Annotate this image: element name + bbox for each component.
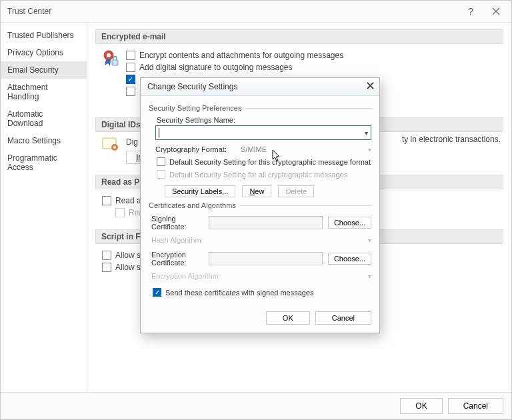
- add-signature-checkbox[interactable]: Add digital signature to outgoing messag…: [126, 61, 503, 73]
- encryption-cert-label: Encryption Certificate:: [151, 251, 203, 267]
- crypto-format-label: Cryptography Format:: [155, 145, 235, 153]
- algo-group-label: Certificates and Algorithms: [149, 201, 371, 209]
- section-header-encrypted: Encrypted e-mail: [95, 29, 503, 44]
- encryption-cert-field[interactable]: [209, 252, 323, 265]
- modal-close-button[interactable]: [367, 82, 374, 91]
- svg-rect-2: [112, 60, 118, 65]
- sidebar-item-email-security[interactable]: Email Security: [1, 61, 87, 79]
- default-all-checkbox: Default Security Setting for all cryptog…: [157, 170, 371, 179]
- chevron-down-icon: ▾: [368, 237, 371, 244]
- sidebar-item-trusted-publishers[interactable]: Trusted Publishers: [1, 27, 87, 44]
- send-certs-checkbox[interactable]: Send these certificates with signed mess…: [153, 288, 371, 297]
- text-cursor: [159, 128, 159, 137]
- new-button[interactable]: New: [242, 185, 271, 197]
- hash-algo-label: Hash Algorithm:: [151, 236, 231, 244]
- sidebar-item-programmatic-access[interactable]: Programmatic Access: [1, 149, 87, 176]
- svg-point-1: [107, 53, 111, 57]
- cancel-button[interactable]: Cancel: [448, 398, 503, 414]
- digital-tail-text: ty in electronic transactions.: [402, 135, 501, 144]
- dialog-footer: OK Cancel: [1, 392, 511, 419]
- svg-point-5: [113, 146, 116, 149]
- delete-button: Delete: [278, 185, 314, 197]
- modal-title: Change Security Settings: [147, 82, 237, 91]
- close-button[interactable]: [486, 5, 506, 18]
- chevron-down-icon[interactable]: ▾: [368, 146, 371, 153]
- dialog-titlebar: Trust Center ?: [1, 1, 511, 23]
- certificate-icon: [102, 137, 119, 164]
- help-button[interactable]: ?: [461, 5, 481, 18]
- security-labels-button[interactable]: Security Labels...: [165, 185, 235, 197]
- encryption-algo-label: Encryption Algorithm:: [151, 272, 231, 280]
- sidebar: Trusted PublishersPrivacy OptionsEmail S…: [1, 23, 87, 392]
- modal-cancel-button[interactable]: Cancel: [315, 311, 371, 325]
- sidebar-item-attachment-handling[interactable]: Attachment Handling: [1, 79, 87, 105]
- sidebar-item-automatic-download[interactable]: Automatic Download: [1, 105, 87, 132]
- choose-encryption-button[interactable]: Choose...: [328, 253, 371, 265]
- settings-name-label: Security Settings Name:: [157, 116, 371, 124]
- modal-ok-button[interactable]: OK: [266, 311, 310, 325]
- signing-cert-field[interactable]: [209, 216, 323, 229]
- prefs-group-label: Security Setting Preferences: [149, 104, 371, 112]
- chevron-down-icon[interactable]: ▾: [365, 129, 368, 137]
- dialog-title: Trust Center: [7, 7, 51, 16]
- default-this-format-checkbox[interactable]: Default Security Setting for this crypto…: [157, 157, 371, 166]
- crypto-format-value: S/MIME: [241, 145, 363, 153]
- ok-button[interactable]: OK: [400, 398, 442, 414]
- sidebar-item-macro-settings[interactable]: Macro Settings: [1, 132, 87, 149]
- settings-name-combo[interactable]: ▾: [155, 125, 371, 140]
- chevron-down-icon: ▾: [368, 273, 371, 280]
- modal-titlebar: Change Security Settings: [141, 78, 379, 96]
- sidebar-item-privacy-options[interactable]: Privacy Options: [1, 44, 87, 61]
- ribbon-lock-icon: [102, 49, 119, 107]
- signing-cert-label: Signing Certificate:: [151, 215, 203, 231]
- change-security-settings-dialog: Change Security Settings Security Settin…: [140, 77, 380, 333]
- encrypt-contents-checkbox[interactable]: Encrypt contents and attachments for out…: [126, 49, 503, 61]
- choose-signing-button[interactable]: Choose...: [328, 217, 371, 229]
